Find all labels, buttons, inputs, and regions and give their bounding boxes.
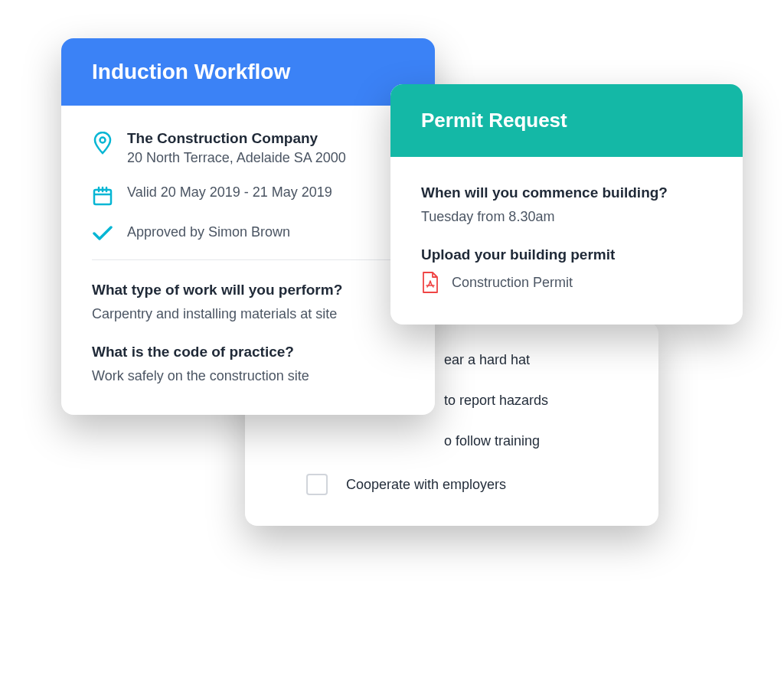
upload-question: Upload your building permit	[421, 246, 712, 263]
permit-header: Permit Request	[390, 84, 743, 157]
svg-point-0	[100, 138, 106, 143]
company-address: 20 North Terrace, Adelaide SA 2000	[127, 150, 404, 166]
divider	[92, 259, 404, 260]
commence-question: When will you commence building?	[421, 184, 712, 201]
approved-row: Approved by Simon Brown	[92, 224, 404, 241]
validity-text: Valid 20 May 2019 - 21 May 2019	[127, 184, 404, 201]
code-practice-answer: Work safely on the construction site	[92, 368, 404, 384]
checkbox[interactable]	[306, 474, 328, 495]
checklist-label: Cooperate with employers	[346, 477, 506, 493]
file-attachment[interactable]: Construction Permit	[421, 271, 712, 294]
induction-workflow-card: Induction Workflow The Construction Comp…	[61, 38, 435, 415]
checkmark-icon	[92, 224, 113, 241]
file-name: Construction Permit	[452, 275, 573, 291]
location-pin-icon	[92, 130, 113, 155]
pdf-file-icon	[421, 271, 439, 294]
company-name: The Construction Company	[127, 130, 404, 147]
work-type-answer: Carpentry and installing materials at si…	[92, 306, 404, 322]
induction-title: Induction Workflow	[92, 60, 290, 83]
calendar-icon	[92, 184, 113, 206]
location-row: The Construction Company 20 North Terrac…	[92, 130, 404, 166]
checklist-item: Cooperate with employers	[306, 474, 628, 495]
checklist-item-partial: o follow training	[306, 433, 628, 449]
validity-row: Valid 20 May 2019 - 21 May 2019	[92, 184, 404, 206]
approved-text: Approved by Simon Brown	[127, 224, 404, 240]
permit-title: Permit Request	[421, 109, 567, 132]
permit-request-card: Permit Request When will you commence bu…	[390, 84, 743, 325]
work-type-question: What type of work will you perform?	[92, 282, 404, 298]
induction-header: Induction Workflow	[61, 38, 435, 106]
commence-answer: Tuesday from 8.30am	[421, 209, 712, 225]
code-practice-question: What is the code of practice?	[92, 344, 404, 360]
